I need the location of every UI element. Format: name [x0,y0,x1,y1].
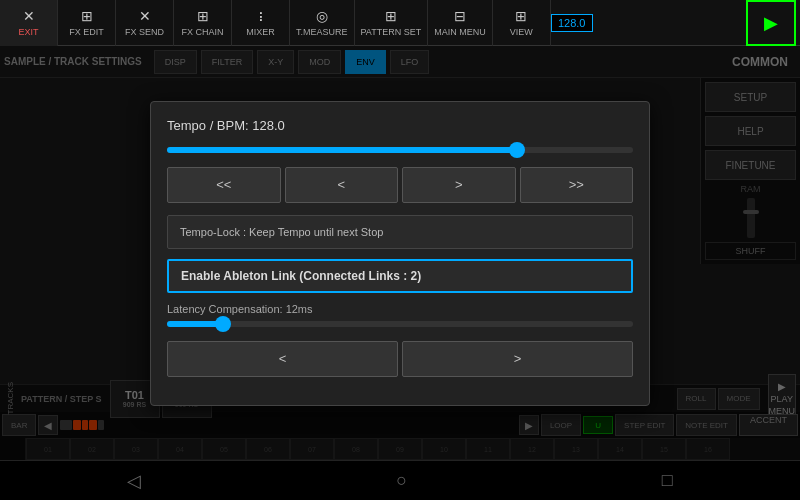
bpm-display: 128.0 [551,14,593,32]
latency-slider-container [167,321,633,327]
bpm-slider-fill [167,147,517,153]
view-icon: ⊞ [515,8,527,24]
exit-icon: ✕ [23,8,35,24]
main-menu-button[interactable]: ⊟ MAIN MENU [428,0,493,46]
mixer-icon: ⫶ [257,8,264,24]
back-nav-icon[interactable]: ◁ [127,470,141,492]
bpm-next-next-button[interactable]: >> [520,167,634,203]
modal-overlay: Tempo / BPM: 128.0 << < > >> Tempo-Lock … [0,46,800,460]
t-measure-button[interactable]: ◎ T.MEASURE [290,0,355,46]
top-toolbar: ✕ EXIT ⊞ FX EDIT ✕ FX SEND ⊞ FX CHAIN ⫶ … [0,0,800,46]
bpm-slider-container [167,147,633,153]
latency-next-button[interactable]: > [402,341,633,377]
view-button[interactable]: ⊞ VIEW [493,0,551,46]
bpm-prev-button[interactable]: < [285,167,399,203]
tempo-title: Tempo / BPM: 128.0 [167,118,633,133]
bpm-next-button[interactable]: > [402,167,516,203]
tempo-lock-box[interactable]: Tempo-Lock : Keep Tempo until next Stop [167,215,633,249]
bpm-slider-track[interactable] [167,147,633,153]
bpm-prev-prev-button[interactable]: << [167,167,281,203]
home-nav-icon[interactable]: ○ [396,470,407,491]
mixer-button[interactable]: ⫶ MIXER [232,0,290,46]
t-measure-icon: ◎ [316,8,328,24]
square-nav-icon[interactable]: □ [662,470,673,491]
bottom-nav: ◁ ○ □ [0,460,800,500]
pattern-set-button[interactable]: ⊞ PATTERN SET [355,0,429,46]
exit-button[interactable]: ✕ EXIT [0,0,58,46]
play-icon: ▶ [764,12,778,34]
latency-slider-thumb[interactable] [215,316,231,332]
fx-edit-button[interactable]: ⊞ FX EDIT [58,0,116,46]
latency-nav-buttons: < > [167,341,633,377]
ableton-link-box[interactable]: Enable Ableton Link (Connected Links : 2… [167,259,633,293]
tempo-modal: Tempo / BPM: 128.0 << < > >> Tempo-Lock … [150,101,650,406]
bpm-slider-thumb[interactable] [509,142,525,158]
fx-send-button[interactable]: ✕ FX SEND [116,0,174,46]
fx-chain-button[interactable]: ⊞ FX CHAIN [174,0,232,46]
main-menu-icon: ⊟ [454,8,466,24]
pattern-set-icon: ⊞ [385,8,397,24]
latency-slider-track[interactable] [167,321,633,327]
fx-send-icon: ✕ [139,8,151,24]
latency-prev-button[interactable]: < [167,341,398,377]
fx-edit-icon: ⊞ [81,8,93,24]
play-button[interactable]: ▶ [746,0,796,46]
fx-chain-icon: ⊞ [197,8,209,24]
bpm-nav-buttons: << < > >> [167,167,633,203]
latency-label: Latency Compensation: 12ms [167,303,633,315]
